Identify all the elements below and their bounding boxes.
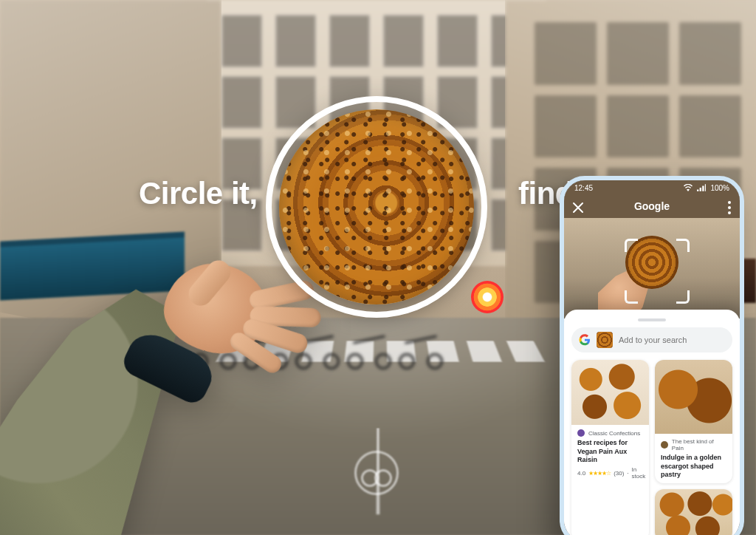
signal-icon — [697, 184, 706, 191]
circled-subject — [266, 96, 487, 318]
stars-icon: ★★★★☆ — [588, 470, 611, 477]
query-thumbnail — [597, 332, 613, 348]
sheet-drag-handle[interactable] — [638, 318, 666, 321]
result-image — [571, 360, 649, 425]
results-grid: Classic Confections Best recipes for Veg… — [571, 360, 732, 535]
favicon-icon — [577, 429, 585, 437]
result-card-1[interactable]: Classic Confections Best recipes for Veg… — [571, 360, 649, 535]
result-source: Classic Confections — [588, 430, 640, 437]
status-time: 12:45 — [574, 184, 593, 192]
phone-mockup: 12:45 100% Google — [560, 176, 744, 535]
more-options-button[interactable] — [728, 201, 731, 214]
result-source: The best kind of Pain — [672, 438, 726, 451]
app-title: Google — [634, 200, 670, 212]
google-logo-icon — [579, 334, 591, 346]
result-image — [655, 360, 732, 434]
circle-to-search-ring — [266, 96, 487, 318]
status-battery: 100% — [710, 184, 729, 192]
lens-flare — [471, 281, 504, 313]
search-bar[interactable] — [571, 327, 732, 352]
result-title: Indulge in a golden escargot shaped past… — [661, 454, 726, 479]
result-title: Best recipes for Vegan Pain Aux Raisin — [577, 439, 643, 464]
search-input[interactable] — [619, 335, 725, 344]
close-button[interactable] — [571, 201, 585, 214]
result-rating: 4.0 ★★★★☆ (30) · In stock — [577, 466, 643, 480]
status-bar: 12:45 100% — [564, 180, 740, 195]
results-sheet[interactable]: Classic Confections Best recipes for Veg… — [564, 310, 740, 535]
favicon-icon — [661, 441, 668, 449]
lens-viewfinder[interactable] — [564, 218, 740, 318]
phone-screen: 12:45 100% Google — [564, 180, 740, 535]
result-card-3[interactable] — [655, 489, 732, 535]
arm — [0, 189, 311, 535]
wifi-icon — [684, 184, 693, 191]
result-card-2[interactable]: The best kind of Pain Indulge in a golde… — [655, 360, 732, 483]
result-image — [655, 489, 732, 535]
crop-frame[interactable] — [625, 239, 690, 304]
bike-lane-icon — [354, 451, 399, 495]
app-bar: Google — [564, 195, 740, 218]
advertisement-scene: Circle it, find it 12:45 — [0, 0, 756, 535]
